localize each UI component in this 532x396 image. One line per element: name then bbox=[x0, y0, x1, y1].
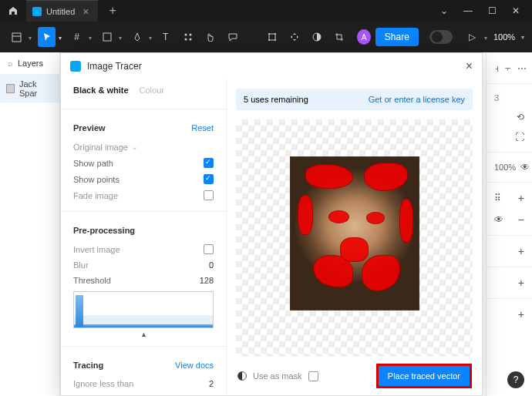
license-link[interactable]: Get or enter a license key bbox=[369, 95, 465, 104]
align-tool[interactable] bbox=[285, 27, 303, 47]
tracing-label: Tracing bbox=[73, 361, 103, 370]
transform-tool[interactable] bbox=[263, 27, 281, 47]
avatar[interactable]: A bbox=[357, 29, 371, 45]
hand-tool[interactable] bbox=[201, 27, 219, 47]
document-tab[interactable]: Untitled × bbox=[26, 0, 98, 22]
ignore-row: Ignore less than2 bbox=[73, 376, 214, 391]
show-path-checkbox[interactable] bbox=[204, 158, 214, 168]
ignore-value[interactable]: 2 bbox=[209, 379, 214, 388]
svg-point-3 bbox=[184, 34, 187, 36]
modal-title: Image Tracer bbox=[87, 61, 142, 72]
contrast-tool[interactable] bbox=[308, 27, 325, 47]
help-button[interactable]: ? bbox=[507, 371, 524, 388]
svg-point-10 bbox=[268, 39, 270, 41]
more-icon[interactable]: ⋯ bbox=[517, 63, 527, 74]
mask-label: Use as mask bbox=[253, 371, 302, 381]
threshold-marker[interactable]: ▴ bbox=[73, 330, 214, 338]
threshold-value[interactable]: 128 bbox=[200, 276, 214, 285]
minus-button[interactable]: − bbox=[518, 213, 524, 226]
smooth-row: Smoothness1 bbox=[73, 391, 214, 395]
show-path-row[interactable]: Show path bbox=[73, 155, 214, 171]
layer-thumb-icon bbox=[6, 84, 15, 93]
svg-rect-7 bbox=[269, 34, 275, 40]
home-icon[interactable] bbox=[0, 6, 26, 15]
svg-rect-2 bbox=[103, 33, 111, 41]
fade-image-row[interactable]: Fade image bbox=[73, 187, 214, 203]
svg-point-9 bbox=[274, 33, 276, 35]
eye2-icon[interactable]: 👁 bbox=[494, 214, 503, 225]
preview-mode-select[interactable]: Original image ⌄ bbox=[73, 139, 214, 155]
show-points-checkbox[interactable] bbox=[204, 174, 214, 184]
view-docs-link[interactable]: View docs bbox=[175, 361, 214, 370]
frame-tool[interactable]: #▾ bbox=[68, 27, 86, 47]
uses-remaining: 5 uses remaining bbox=[244, 95, 308, 104]
preview-label: Preview bbox=[73, 123, 106, 133]
image-tracer-modal: Image Tracer × Black & white Colour Prev… bbox=[60, 52, 483, 396]
code-toggle[interactable] bbox=[429, 30, 453, 44]
layers-header: Layers bbox=[18, 59, 43, 68]
link-icon[interactable]: ⟲ bbox=[517, 112, 524, 122]
svg-point-5 bbox=[184, 39, 187, 41]
corner-icon[interactable]: ⛶ bbox=[515, 132, 524, 143]
svg-point-6 bbox=[189, 39, 191, 41]
close-window-icon[interactable]: ✕ bbox=[512, 5, 520, 16]
crop-tool[interactable] bbox=[330, 27, 348, 47]
play-icon[interactable]: ▷▾ bbox=[463, 27, 481, 47]
blur-value[interactable]: 0 bbox=[209, 260, 214, 270]
dropdown-icon[interactable]: ⌄ bbox=[440, 5, 448, 16]
svg-point-4 bbox=[189, 34, 191, 36]
comment-tool[interactable] bbox=[224, 27, 241, 47]
zoom-level[interactable]: 100% bbox=[493, 32, 515, 42]
mask-icon bbox=[237, 371, 247, 381]
tab-colour[interactable]: Colour bbox=[140, 86, 164, 95]
menu-icon[interactable]: ▾ bbox=[8, 27, 25, 47]
minimize-icon[interactable]: — bbox=[463, 5, 473, 16]
layer-item[interactable]: Jack Spar bbox=[0, 75, 59, 102]
close-tab-icon[interactable]: × bbox=[79, 5, 92, 18]
layer-name: Jack Spar bbox=[19, 79, 53, 98]
threshold-histogram[interactable] bbox=[73, 291, 214, 328]
add-effect-button[interactable]: + bbox=[518, 277, 524, 289]
fade-image-checkbox[interactable] bbox=[204, 190, 214, 200]
svg-point-11 bbox=[274, 39, 276, 41]
blur-row: Blur0 bbox=[73, 257, 214, 273]
traced-image-preview bbox=[290, 156, 419, 310]
tracer-icon bbox=[70, 61, 81, 72]
svg-point-8 bbox=[268, 33, 270, 35]
mask-checkbox[interactable] bbox=[308, 371, 318, 381]
add-stroke-button[interactable]: + bbox=[518, 245, 524, 257]
tab-bw[interactable]: Black & white bbox=[73, 86, 129, 95]
maximize-icon[interactable]: ☐ bbox=[488, 5, 497, 16]
width-suffix: 3 bbox=[494, 93, 499, 102]
reset-button[interactable]: Reset bbox=[191, 123, 214, 133]
place-vector-button[interactable]: Place traced vector bbox=[377, 364, 471, 388]
new-tab-button[interactable]: + bbox=[98, 4, 126, 18]
eye-icon[interactable]: 👁 bbox=[520, 162, 530, 173]
invert-checkbox[interactable] bbox=[204, 244, 214, 254]
components-tool[interactable] bbox=[179, 27, 197, 47]
add-fill-button[interactable]: + bbox=[518, 192, 524, 204]
shape-tool[interactable]: ▾ bbox=[98, 27, 116, 47]
pen-tool[interactable]: ▾ bbox=[128, 27, 146, 47]
smooth-value[interactable]: 1 bbox=[209, 394, 214, 395]
options-icon[interactable]: ⠿ bbox=[494, 193, 501, 203]
invert-row[interactable]: Invert image bbox=[73, 241, 214, 257]
threshold-row: Threshold128 bbox=[73, 273, 214, 288]
text-tool[interactable]: T bbox=[157, 27, 174, 47]
pointer-tool[interactable]: ▾ bbox=[38, 27, 56, 47]
svg-rect-0 bbox=[12, 33, 21, 42]
search-icon[interactable]: ⌕ bbox=[8, 59, 13, 68]
close-modal-button[interactable]: × bbox=[466, 59, 473, 73]
tab-title: Untitled bbox=[46, 7, 75, 16]
app-icon bbox=[32, 7, 42, 16]
preproc-label: Pre-processing bbox=[73, 226, 135, 235]
align-dist-icon[interactable]: ⫟ bbox=[503, 63, 513, 74]
align-left-icon[interactable]: ⫞ bbox=[494, 63, 499, 74]
preview-canvas bbox=[236, 119, 473, 357]
license-bar: 5 uses remaining Get or enter a license … bbox=[236, 89, 473, 110]
add-export-button[interactable]: + bbox=[518, 308, 524, 320]
share-button[interactable]: Share bbox=[375, 28, 419, 46]
show-points-row[interactable]: Show points bbox=[73, 171, 214, 187]
opacity-value[interactable]: 100% bbox=[494, 163, 516, 172]
